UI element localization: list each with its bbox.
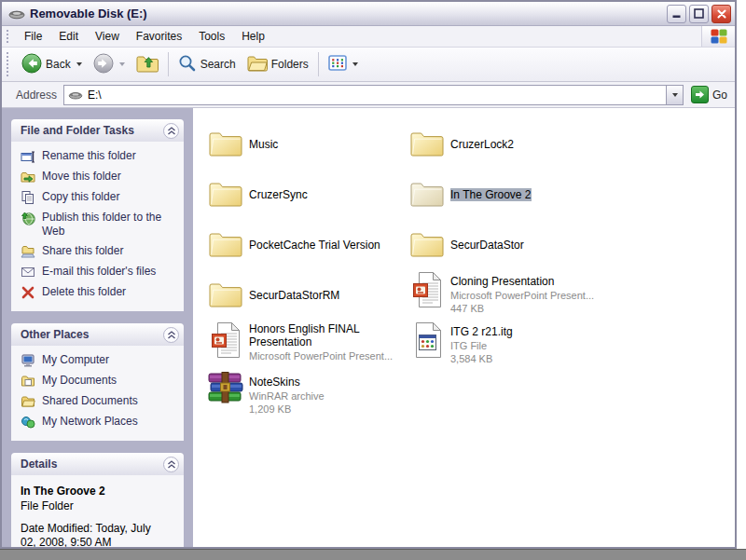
file-type: Microsoft PowerPoint Present... [450,289,594,302]
back-label: Back [46,58,71,71]
file-size: 1,209 KB [249,403,325,416]
task-link-label: Share this folder [42,244,123,258]
file-tile-text: NoteSkinsWinRAR archive1,209 KB [249,372,325,416]
file-name: In The Groove 2 [450,188,532,201]
task-link-rename-this-folder[interactable]: Rename this folder [21,149,178,164]
forward-icon [93,53,114,76]
toolbar-separator [168,52,169,76]
file-folder-tasks-header[interactable]: File and Folder Tasks [11,119,184,142]
file-size: 3,584 KB [450,352,513,365]
back-dropdown-icon [76,62,82,66]
file-item[interactable]: Honors English FINAL PresentationMicroso… [204,319,406,369]
folder-item[interactable]: Music [204,117,406,168]
forward-button[interactable] [88,51,131,78]
toolbar-separator [318,52,319,76]
collapse-chevron-icon[interactable] [163,457,179,472]
other-places-header[interactable]: Other Places [11,323,184,346]
task-link-label: Move this folder [42,170,121,184]
winrar-archive-icon [204,372,247,405]
folder-item[interactable]: CruzerSync [204,168,406,218]
task-link-shared-documents[interactable]: Shared Documents [21,394,178,409]
search-button[interactable]: Search [173,52,242,77]
folder-icon [406,179,449,207]
task-link-label: My Computer [42,353,109,367]
folder-item[interactable]: PocketCache Trial Version [204,218,406,268]
menu-item-tools[interactable]: Tools [190,26,233,47]
task-link-label: My Network Places [42,415,138,429]
folder-item[interactable]: In The Groove 2 [406,168,607,218]
collapse-chevron-icon[interactable] [163,123,179,139]
folder-icon [204,179,247,207]
details-type: File Folder [21,499,176,512]
folders-button[interactable]: Folders [242,53,314,76]
delete-icon [21,285,35,300]
task-link-e-mail-this-folder-s-files[interactable]: E-mail this folder's files [21,265,178,280]
panel-title: File and Folder Tasks [21,124,134,137]
up-folder-icon [136,53,159,75]
file-tile-text: CruzerLock2 [450,134,514,152]
file-tile-text: CruzerSync [249,184,308,202]
file-item[interactable]: ITG 2 r21.itgITG File3,584 KB [406,319,607,369]
explorer-window: Removable Disk (E:) FileEditViewFavorite… [0,0,737,549]
details-header[interactable]: Details [11,453,184,475]
file-name: PocketCache Trial Version [249,239,380,252]
window-body: File and Folder Tasks Rename this folder… [2,108,735,547]
file-type: WinRAR archive [249,389,325,403]
task-link-my-computer[interactable]: My Computer [21,353,178,368]
folder-item[interactable]: CruzerLock2 [406,117,607,168]
file-tile-text: PocketCache Trial Version [249,235,380,253]
task-link-my-network-places[interactable]: My Network Places [21,415,178,430]
file-name: SecurDataStorRM [249,289,339,302]
task-link-move-this-folder[interactable]: Move this folder [21,170,178,184]
menu-item-edit[interactable]: Edit [50,26,87,47]
menu-drag-grip[interactable] [7,30,8,43]
task-link-my-documents[interactable]: My Documents [21,374,178,389]
menu-item-view[interactable]: View [87,26,128,47]
go-button[interactable]: Go [691,86,727,103]
toolbar-drag-grip[interactable] [7,52,8,76]
title-bar[interactable]: Removable Disk (E:) [2,2,735,26]
menu-item-file[interactable]: File [16,26,50,47]
menu-item-favorites[interactable]: Favorites [128,26,190,47]
details-name: In The Groove 2 [21,485,176,498]
file-type: Microsoft PowerPoint Present... [249,349,400,362]
collapse-chevron-icon[interactable] [163,327,179,343]
move-icon [21,170,35,184]
file-item[interactable]: Cloning PresentationMicrosoft PowerPoint… [406,268,607,319]
task-link-label: Delete this folder [42,285,126,299]
file-tile-text: Honors English FINAL PresentationMicroso… [249,321,400,362]
folder-item[interactable]: SecurDataStor [406,218,607,268]
maximize-button[interactable] [689,5,709,23]
file-item[interactable]: NoteSkinsWinRAR archive1,209 KB [204,369,406,419]
other-places-panel: Other Places My ComputerMy DocumentsShar… [11,323,184,441]
up-button[interactable] [131,51,164,77]
file-tile-text: Cloning PresentationMicrosoft PowerPoint… [450,271,594,315]
file-tile-text: In The Groove 2 [450,184,532,202]
task-link-label: Copy this folder [42,190,119,204]
file-tile-text: Music [249,134,278,152]
forward-dropdown-icon [119,62,125,66]
folder-item[interactable]: SecurDataStorRM [204,268,406,319]
menu-item-help[interactable]: Help [233,26,273,47]
address-input[interactable]: E:\ [63,85,684,105]
task-link-label: E-mail this folder's files [42,265,156,279]
task-link-delete-this-folder[interactable]: Delete this folder [21,285,178,300]
minimize-button[interactable] [667,5,686,23]
views-button[interactable] [323,53,364,75]
address-dropdown-button[interactable] [666,86,683,104]
task-link-copy-this-folder[interactable]: Copy this folder [21,190,178,205]
file-tile-text: ITG 2 r21.itgITG File3,584 KB [450,321,513,365]
address-label: Address [16,89,57,102]
details-panel: Details In The Groove 2 File Folder Date… [11,453,184,547]
back-button[interactable]: Back [16,51,88,78]
itg-file-icon [406,321,449,359]
close-button[interactable] [711,5,731,23]
file-name: Music [249,138,278,151]
window-title: Removable Disk (E:) [30,7,147,20]
task-link-share-this-folder[interactable]: Share this folder [21,244,178,259]
file-name: CruzerLock2 [450,138,514,151]
standard-buttons-toolbar: Back Search Folders [2,48,735,82]
panel-title: Details [21,458,57,471]
task-link-publish-this-folder-to-the-web[interactable]: Publish this folder to the Web [21,211,178,239]
views-icon [328,55,347,74]
